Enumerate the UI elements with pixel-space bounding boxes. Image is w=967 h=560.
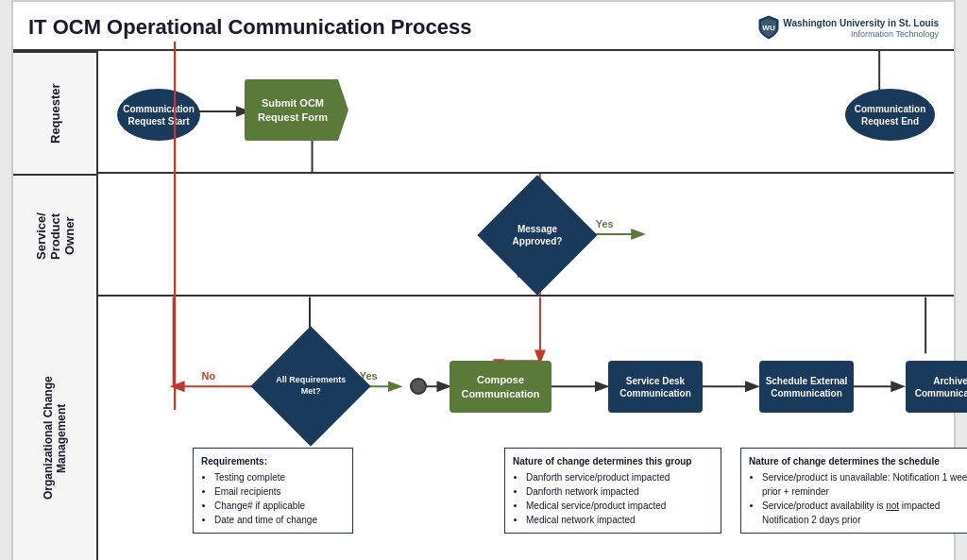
- archive-communication: Archive Communication: [906, 361, 967, 413]
- svg-text:WU: WU: [763, 24, 776, 32]
- service-desk-communication: Service Desk Communication: [608, 361, 703, 413]
- service-desk-note-title: Nature of change determines this group: [513, 454, 713, 468]
- message-approved-diamond: Message Approved?: [477, 175, 597, 295]
- shield-icon: WU: [758, 15, 779, 40]
- schedule-note: Nature of change determines the schedule…: [740, 448, 967, 534]
- req-4: Date and time of change: [214, 513, 345, 527]
- lane-labels: Requester Service/ProductOwner Organizat…: [13, 51, 98, 560]
- dept-name: Information Technology: [783, 29, 939, 39]
- comm-request-start: Communication Request Start: [117, 89, 200, 141]
- req-2: Email recipients: [214, 484, 345, 499]
- submit-ocm: Submit OCM Request Form: [245, 79, 348, 141]
- compose-communication: Compose Communication: [450, 361, 551, 413]
- body-grid: Requester Service/ProductOwner Organizat…: [13, 51, 954, 560]
- req-1: Testing complete: [214, 470, 345, 484]
- ocm-label: Organizational ChangeManagement: [13, 297, 96, 560]
- req-3: Change# if applicable: [214, 499, 345, 513]
- logo-area: WU Washington University in St. Louis In…: [758, 15, 939, 40]
- connector-dot: [410, 378, 427, 395]
- all-requirements-diamond: All Requirements Met?: [250, 326, 370, 446]
- service-desk-list: Danforth service/product impacted Danfor…: [513, 470, 713, 527]
- svg-text:Yes: Yes: [596, 218, 614, 229]
- lanes-content: Communication Request Start Submit OCM R…: [98, 51, 954, 560]
- header: IT OCM Operational Communication Process…: [13, 2, 954, 51]
- requirements-note-title: Requirements:: [201, 454, 345, 468]
- requirements-list: Testing complete Email recipients Change…: [201, 470, 345, 527]
- schedule-external-communication: Schedule External Communication: [759, 361, 854, 413]
- schedule-note-title: Nature of change determines the schedule: [749, 454, 967, 468]
- diagram-container: IT OCM Operational Communication Process…: [11, 0, 956, 560]
- logo-text-area: Washington University in St. Louis Infor…: [783, 17, 939, 39]
- requester-arrows: [98, 51, 954, 172]
- service-row: Yes No Message Approved?: [98, 174, 954, 297]
- service-product-label: Service/ProductOwner: [13, 174, 96, 297]
- sch-1: Service/product is unavailable: Notifica…: [762, 470, 967, 499]
- requester-label: Requester: [13, 51, 96, 174]
- wu-logo: WU Washington University in St. Louis In…: [758, 15, 939, 40]
- sd-4: Medical network impacted: [526, 513, 713, 527]
- service-desk-note: Nature of change determines this group D…: [504, 448, 721, 534]
- sd-2: Danforth network impacted: [526, 484, 713, 499]
- sd-3: Medical service/product impacted: [526, 499, 713, 513]
- diagram-title: IT OCM Operational Communication Process: [28, 15, 471, 40]
- schedule-list: Service/product is unavailable: Notifica…: [749, 470, 967, 527]
- requirements-note: Requirements: Testing complete Email rec…: [193, 448, 353, 534]
- requester-row: Communication Request Start Submit OCM R…: [98, 51, 954, 174]
- ocm-row: No Yes: [98, 297, 954, 560]
- svg-text:No: No: [202, 370, 216, 382]
- sd-1: Danforth service/product impacted: [526, 470, 713, 484]
- sch-2: Service/product availability is not impa…: [762, 499, 967, 527]
- comm-request-end: Communication Request End: [845, 89, 935, 141]
- university-name: Washington University in St. Louis: [783, 17, 939, 29]
